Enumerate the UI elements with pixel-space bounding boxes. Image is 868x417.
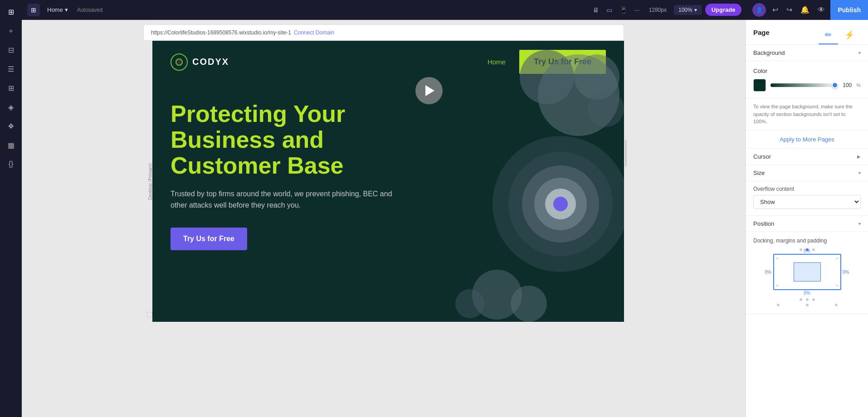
logo-inner-circle [176,58,183,66]
notifications-icon[interactable]: 🔔 [799,4,811,16]
hero-title: Protecting Your Business and Customer Ba… [171,101,397,179]
canvas-resize-handle[interactable] [147,312,152,317]
docking-side-dots-row [773,304,841,306]
docking-dot-mc[interactable] [806,304,809,306]
device-switcher: 🖥 ▭ 📱 ··· [591,5,642,15]
undo-button[interactable]: ↩ [770,4,780,16]
docking-arrow-br: ↘ [835,283,839,287]
top-bar-right: 👤 ↩ ↪ 🔔 👁 [752,3,827,17]
docking-dot-tr[interactable] [812,248,815,251]
toolbar-pages-icon[interactable]: ⊟ [3,42,19,58]
overflow-label: Overflow content [753,186,861,192]
url-text: https://ColorlifeStudios-1689508576.wixs… [151,29,291,36]
scroll-indicator[interactable] [625,140,627,167]
docking-label: Docking, margins and padding [753,238,861,244]
upgrade-button[interactable]: Upgrade [705,4,742,16]
tablet-icon[interactable]: ▭ [605,5,614,15]
hero-subtitle: Trusted by top firms around the world, w… [171,188,397,211]
svg-point-12 [455,289,484,318]
docking-dot-tl[interactable] [800,248,802,251]
page-name: Home [47,6,63,13]
cursor-chevron-icon: ▶ [857,154,861,159]
overflow-select[interactable]: Show [753,195,861,209]
publish-button[interactable]: Publish [830,0,868,20]
site-logo: CODYX [171,53,229,71]
background-chevron-icon: ▾ [858,50,861,55]
color-label: Color [753,68,861,74]
canvas-container: https://ColorlifeStudios-1689508576.wixs… [22,20,746,417]
apply-to-more-pages-link[interactable]: Apply to More Pages [746,131,868,149]
top-bar: ⊞ Home ▾ Autosaved 🖥 ▭ 📱 ··· 1280px 100%… [22,0,868,20]
website-canvas: CODYX Home Try Us for Free Protecting Yo… [152,41,624,322]
toolbar-layers-icon[interactable]: ▦ [3,137,19,153]
docking-dot-bc[interactable] [806,298,809,301]
left-toolbar: ⊞ ＋ ⊟ ☰ ⊞ ◈ ❖ ▦ {} [0,0,22,417]
size-label: Size [753,170,765,176]
more-icon[interactable]: ··· [633,5,642,15]
toolbar-add-icon[interactable]: ＋ [3,23,19,39]
page-selector[interactable]: Home ▾ [44,5,72,15]
docking-left-value: 0% [765,269,771,274]
docking-arrow-tr: ↗ [835,257,839,261]
desktop-icon[interactable]: 🖥 [591,5,601,15]
toolbar-apps-icon[interactable]: ⊞ [3,80,19,96]
site-hero: Protecting Your Business and Customer Ba… [152,83,624,277]
docking-arrow-tl: ↖ [776,257,779,261]
background-section-header[interactable]: Background ▾ [746,45,868,61]
opacity-symbol: % [856,82,861,88]
url-bar: https://ColorlifeStudios-1689508576.wixs… [143,24,624,41]
nav-home-link[interactable]: Home [488,58,506,66]
cursor-section[interactable]: Cursor ▶ [746,149,868,165]
size-section[interactable]: Size ▾ [746,165,868,181]
background-label: Background [753,49,785,56]
zoom-button[interactable]: 100% ▾ [674,5,702,15]
toolbar-media-icon[interactable]: ◈ [3,99,19,115]
color-slider[interactable] [770,83,838,87]
svg-point-11 [511,286,547,322]
hero-text: Protecting Your Business and Customer Ba… [171,101,397,250]
toolbar-code-icon[interactable]: {} [3,156,19,172]
tab-design[interactable]: ✏ [819,26,838,44]
header-cta-button[interactable]: Try Us for Free [519,50,606,74]
docking-top-value: 0% [804,248,810,253]
docking-bottom-value: 0% [804,291,810,296]
autosaved-status: Autosaved [77,7,103,13]
resolution-display: 1280px [649,7,667,13]
connect-domain-link[interactable]: Connect Domain [294,29,334,36]
docking-right-value: 0% [843,269,849,274]
logo-icon [171,53,188,71]
panel-title: Page [753,29,770,43]
tab-lightning[interactable]: ⚡ [838,26,861,44]
toolbar-menus-icon[interactable]: ☰ [3,61,19,77]
docking-dot-bl[interactable] [800,298,802,301]
overflow-section: Overflow content Show [746,181,868,216]
redo-button[interactable]: ↪ [785,4,794,16]
info-text: To view the page background, make sure t… [746,98,868,131]
site-header: CODYX Home Try Us for Free [152,41,624,83]
panel-header: Page ✏ ⚡ [746,20,868,45]
opacity-value: 100 [843,82,852,88]
color-slider-thumb [832,82,838,88]
canvas-label: Desktop (Primary) [148,163,153,200]
color-row: 100 % [753,79,861,92]
hero-cta-button[interactable]: Try Us for Free [171,228,247,250]
mobile-icon[interactable]: 📱 [618,5,629,15]
docking-arrow-bl: ↙ [776,283,779,287]
user-avatar[interactable]: 👤 [752,3,766,17]
cursor-label: Cursor [753,153,771,160]
toolbar-home-icon[interactable]: ⊞ [3,4,19,20]
app-logo[interactable]: ⊞ [27,4,40,16]
docking-dots-bottom-row [753,298,861,301]
position-section[interactable]: Position ▾ [746,216,868,232]
docking-dot-mr[interactable] [835,304,838,306]
editor-area: https://ColorlifeStudios-1689508576.wixs… [22,20,868,417]
right-panel: Page ✏ ⚡ Background ▾ Color 100 [746,20,868,417]
color-swatch[interactable] [753,79,766,92]
page-arrow-icon: ▾ [65,6,68,13]
panel-tabs: ✏ ⚡ [819,26,861,44]
preview-icon[interactable]: 👁 [816,4,827,16]
docking-dot-br[interactable] [812,298,815,301]
docking-dot-ml[interactable] [777,304,780,306]
toolbar-widgets-icon[interactable]: ❖ [3,118,19,134]
docking-grid: ↖ ↗ ↙ ↘ [773,254,841,290]
